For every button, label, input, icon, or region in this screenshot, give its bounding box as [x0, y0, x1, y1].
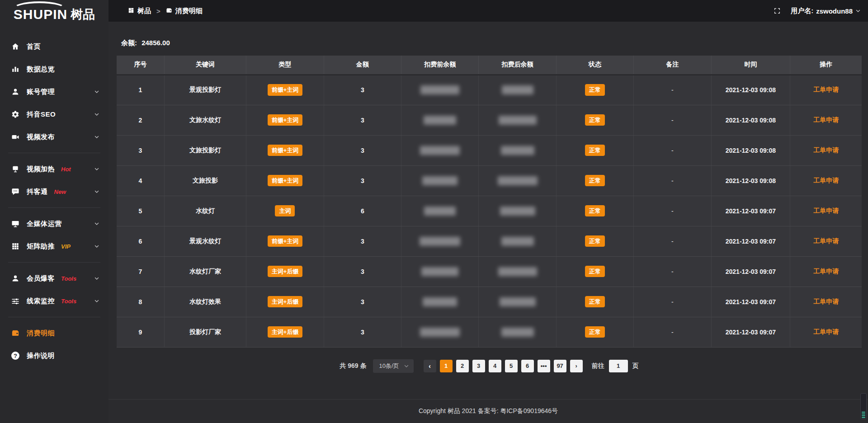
sidebar-item[interactable]: 视频发布 — [0, 126, 108, 148]
chat-icon — [11, 187, 20, 196]
cell-keyword: 文旅投影 — [164, 165, 246, 196]
page-size-select[interactable]: 10条/页 — [373, 359, 414, 373]
sidebar-item[interactable]: 抖音SEO — [0, 103, 108, 126]
work-order-link[interactable]: 工单申请 — [813, 207, 839, 214]
logo-arc — [13, 1, 66, 17]
dashboard-icon — [128, 7, 134, 15]
work-order-link[interactable]: 工单申请 — [813, 116, 839, 123]
page-button[interactable]: 97 — [554, 360, 566, 372]
type-badge: 前缀+主词 — [268, 175, 303, 187]
sidebar-item-label: 会员爆客 — [27, 274, 55, 283]
cell-keyword: 景观水纹灯 — [164, 226, 246, 256]
page-button[interactable]: 2 — [456, 360, 469, 372]
cell-type: 主词+后缀 — [246, 317, 324, 347]
work-order-link[interactable]: 工单申请 — [813, 86, 839, 93]
cell-action: 工单申请 — [790, 135, 862, 165]
cell-status: 正常 — [556, 75, 633, 105]
sidebar-item[interactable]: 数据总览 — [0, 58, 108, 80]
cell-time: 2021-12-03 09:08 — [711, 135, 790, 165]
sidebar-item[interactable]: 全媒体运营 — [0, 212, 108, 235]
breadcrumb-label: 树品 — [137, 7, 151, 15]
cell-note: - — [634, 226, 711, 256]
user-menu[interactable]: 用户名: zswodun88 — [791, 7, 861, 15]
prev-page-button[interactable]: ‹ — [424, 360, 436, 372]
menu-divider — [8, 262, 100, 263]
work-order-link[interactable]: 工单申请 — [813, 268, 839, 275]
type-badge: 前缀+主词 — [268, 235, 303, 247]
next-page-button[interactable]: › — [570, 360, 583, 372]
cell-time: 2021-12-03 09:08 — [711, 165, 790, 196]
menu-divider — [8, 153, 100, 153]
masked-balance-before — [424, 207, 456, 216]
table-row: 6景观水纹灯前缀+主词3正常-2021-12-03 09:07工单申请 — [117, 226, 862, 256]
cell-post-balance — [479, 256, 556, 287]
cell-note: - — [634, 287, 711, 317]
cell-action: 工单申请 — [790, 256, 862, 287]
masked-balance-after — [501, 146, 534, 155]
sidebar-item[interactable]: 消费明细 — [0, 322, 108, 344]
page-button[interactable]: 3 — [472, 360, 485, 372]
cell-index: 6 — [117, 226, 164, 256]
status-badge: 正常 — [585, 296, 605, 308]
cell-pre-balance — [401, 196, 479, 226]
sidebar-item[interactable]: 视频加热Hot — [0, 158, 108, 180]
sidebar-item[interactable]: 首页 — [0, 35, 108, 58]
column-header: 备注 — [634, 56, 711, 75]
page-button[interactable]: 1 — [440, 360, 453, 372]
page-button[interactable]: 5 — [505, 360, 518, 372]
cell-post-balance — [479, 287, 556, 317]
cell-index: 2 — [117, 105, 164, 135]
page-button[interactable]: 6 — [521, 360, 534, 372]
column-header: 时间 — [711, 56, 790, 75]
cell-index: 5 — [117, 196, 164, 226]
cell-amount: 3 — [324, 256, 401, 287]
cell-type: 主词+后缀 — [246, 287, 324, 317]
chevron-down-icon — [855, 8, 861, 14]
cell-amount: 6 — [324, 196, 401, 226]
chevron-down-icon — [94, 134, 99, 140]
sidebar-item[interactable]: 账号管理 — [0, 80, 108, 103]
breadcrumb-item-current[interactable]: 消费明细 — [166, 7, 203, 15]
status-badge: 正常 — [585, 235, 605, 247]
masked-balance-before — [420, 237, 460, 246]
cell-post-balance — [479, 317, 556, 347]
cell-type: 前缀+主词 — [246, 165, 324, 196]
cell-status: 正常 — [556, 226, 633, 256]
sidebar-item[interactable]: 抖客通New — [0, 180, 108, 203]
sidebar-item-label: 首页 — [27, 42, 41, 51]
page-button[interactable]: 4 — [489, 360, 501, 372]
chart-icon — [11, 65, 20, 74]
menu-divider — [8, 207, 100, 208]
sidebar-item[interactable]: ?操作说明 — [0, 344, 108, 367]
goto-unit: 页 — [632, 362, 639, 370]
breadcrumb-item-home[interactable]: 树品 — [128, 7, 151, 15]
sidebar-item[interactable]: 会员爆客Tools — [0, 267, 108, 290]
cell-keyword: 水纹灯效果 — [164, 287, 246, 317]
goto-page-input[interactable] — [609, 360, 628, 372]
type-badge: 前缀+主词 — [268, 84, 303, 96]
breadcrumb: 树品 > 消费明细 — [128, 7, 203, 15]
cell-amount: 3 — [324, 135, 401, 165]
sidebar-item[interactable]: 矩阵助推VIP — [0, 235, 108, 258]
type-badge: 主词 — [275, 205, 295, 217]
more-pages-button[interactable]: ••• — [538, 360, 550, 372]
scrollbar-widget[interactable] — [860, 393, 867, 419]
logo-text-cn: 树品 — [71, 6, 95, 23]
masked-balance-before — [420, 85, 459, 94]
fullscreen-button[interactable] — [774, 7, 781, 14]
work-order-link[interactable]: 工单申请 — [813, 237, 839, 244]
column-header: 类型 — [246, 56, 324, 75]
work-order-link[interactable]: 工单申请 — [813, 146, 839, 154]
cell-keyword: 文旅水纹灯 — [164, 105, 246, 135]
sliders-icon — [11, 296, 20, 306]
work-order-link[interactable]: 工单申请 — [813, 328, 839, 335]
sidebar-item-label: 操作说明 — [27, 352, 55, 360]
masked-balance-before — [421, 267, 458, 276]
cell-status: 正常 — [556, 287, 633, 317]
goto-label: 前往 — [592, 362, 604, 370]
chevron-down-icon — [94, 276, 99, 281]
work-order-link[interactable]: 工单申请 — [813, 298, 839, 305]
work-order-link[interactable]: 工单申请 — [813, 177, 839, 184]
sidebar-item[interactable]: 线索监控Tools — [0, 290, 108, 312]
pagination-total: 共 969 条 — [340, 362, 366, 370]
